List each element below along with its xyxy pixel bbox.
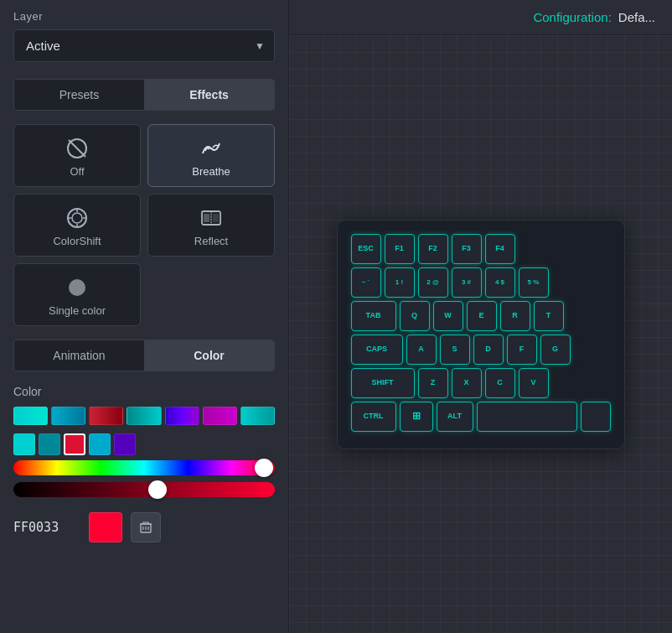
key-t[interactable]: T (534, 301, 564, 331)
color-preview[interactable] (89, 512, 122, 542)
effects-grid: Off Breathe (13, 124, 275, 326)
layer-label: Layer (13, 10, 275, 23)
brightness-slider[interactable] (13, 482, 275, 497)
keyboard-row-4: CAPS A S D F G (351, 335, 611, 365)
svg-point-3 (72, 213, 82, 223)
key-a[interactable]: A (406, 335, 437, 365)
swatch-teal[interactable] (39, 433, 60, 455)
key-e[interactable]: E (467, 301, 497, 331)
colorshift-icon (65, 206, 89, 230)
key-r[interactable]: R (500, 301, 530, 331)
keyboard-row-5: SHIFT Z X C V (351, 368, 611, 398)
swatch-red[interactable] (64, 433, 85, 455)
hue-thumb[interactable] (255, 459, 273, 477)
keyboard-row-1: ESC F1 F2 F3 F4 (351, 234, 611, 264)
effect-colorshift[interactable]: ColorShift (13, 194, 141, 257)
win-icon: ⊞ (412, 410, 421, 422)
tab-animation[interactable]: Animation (14, 340, 144, 371)
key-extra-1[interactable] (581, 402, 611, 432)
key-c[interactable]: C (485, 368, 515, 398)
swatch-cyan[interactable] (13, 433, 35, 455)
layer-dropdown[interactable]: Active Layer 1 Layer 2 (13, 29, 275, 62)
grad-swatch-1[interactable] (13, 407, 48, 425)
key-x[interactable]: X (452, 368, 482, 398)
keyboard-row-2: ~ ` 1 ! 2 @ 3 # 4 $ 5 % (351, 267, 611, 298)
key-z[interactable]: Z (418, 368, 448, 398)
grad-swatch-4[interactable] (127, 407, 161, 425)
key-v[interactable]: V (519, 368, 549, 398)
presets-effects-tabbar: Presets Effects (13, 79, 275, 111)
effect-singlecolor[interactable]: Single color (13, 263, 141, 326)
key-alt[interactable]: ALT (437, 402, 473, 432)
key-tab[interactable]: TAB (351, 301, 396, 331)
reflect-icon (199, 206, 223, 230)
key-win[interactable]: ⊞ (400, 402, 433, 432)
grad-swatch-2[interactable] (51, 407, 85, 425)
svg-point-12 (69, 279, 85, 296)
key-f4[interactable]: F4 (485, 234, 515, 264)
configuration-value: Defa... (618, 10, 655, 24)
solid-swatches-row (13, 433, 275, 455)
main-area: Configuration: Defa... ESC F1 F2 F3 F4 ~… (289, 0, 672, 633)
key-tilde[interactable]: ~ ` (351, 267, 381, 298)
key-f3[interactable]: F3 (452, 234, 482, 264)
key-f2[interactable]: F2 (418, 234, 448, 264)
off-label: Off (70, 165, 84, 178)
top-bar: Configuration: Defa... (289, 0, 672, 35)
key-2[interactable]: 2 @ (418, 267, 448, 298)
key-d[interactable]: D (473, 335, 504, 365)
key-5[interactable]: 5 % (519, 267, 549, 298)
gradient-swatches-row (13, 407, 275, 425)
key-g[interactable]: G (540, 335, 571, 365)
key-space[interactable] (477, 402, 577, 432)
key-f[interactable]: F (507, 335, 537, 365)
key-w[interactable]: W (433, 301, 463, 331)
color-section-label: Color (13, 385, 275, 398)
effect-reflect[interactable]: Reflect (147, 194, 275, 257)
grad-swatch-6[interactable] (203, 407, 237, 425)
key-ctrl[interactable]: CTRL (351, 402, 396, 432)
key-f1[interactable]: F1 (385, 234, 415, 264)
key-shift-left[interactable]: SHIFT (351, 368, 415, 398)
grad-swatch-7[interactable] (240, 407, 275, 425)
keyboard-canvas: ESC F1 F2 F3 F4 ~ ` 1 ! 2 @ 3 # 4 $ 5 % … (289, 35, 672, 633)
effect-breathe[interactable]: Breathe (147, 124, 275, 187)
reflect-label: Reflect (194, 235, 228, 247)
grad-swatch-3[interactable] (89, 407, 123, 425)
breathe-icon (199, 137, 223, 160)
swatch-purple[interactable] (114, 433, 136, 455)
effect-off[interactable]: Off (13, 124, 141, 187)
grad-swatch-5[interactable] (165, 407, 199, 425)
singlecolor-label: Single color (49, 304, 106, 317)
key-s[interactable]: S (440, 335, 470, 365)
layer-dropdown-wrapper: Active Layer 1 Layer 2 ▼ (13, 29, 275, 62)
tab-effects[interactable]: Effects (144, 80, 274, 110)
key-caps[interactable]: CAPS (351, 335, 403, 365)
off-icon (65, 137, 89, 160)
keyboard-row-3: TAB Q W E R T (351, 301, 611, 331)
brightness-thumb[interactable] (148, 480, 167, 499)
colorshift-label: ColorShift (53, 235, 101, 247)
swatch-cyan2[interactable] (89, 433, 111, 455)
key-3[interactable]: 3 # (452, 267, 482, 298)
tab-presets[interactable]: Presets (14, 80, 144, 110)
svg-line-1 (69, 140, 85, 157)
key-q[interactable]: Q (400, 301, 430, 331)
svg-rect-11 (213, 214, 219, 222)
hex-input[interactable] (13, 520, 80, 535)
keyboard: ESC F1 F2 F3 F4 ~ ` 1 ! 2 @ 3 # 4 $ 5 % … (337, 220, 625, 449)
key-esc[interactable]: ESC (351, 234, 381, 264)
color-input-row (13, 512, 275, 542)
key-1[interactable]: 1 ! (385, 267, 415, 298)
animation-color-tabbar: Animation Color (13, 340, 275, 371)
tab-color[interactable]: Color (144, 340, 274, 371)
key-4[interactable]: 4 $ (485, 267, 515, 298)
singlecolor-icon (65, 276, 89, 299)
trash-icon (139, 521, 152, 534)
sidebar: Layer Active Layer 1 Layer 2 ▼ Presets E… (0, 0, 289, 633)
breathe-label: Breathe (192, 165, 230, 178)
hue-slider[interactable] (13, 460, 275, 475)
delete-color-button[interactable] (131, 512, 161, 542)
keyboard-row-6: CTRL ⊞ ALT (351, 402, 611, 432)
configuration-label: Configuration: (533, 10, 611, 24)
